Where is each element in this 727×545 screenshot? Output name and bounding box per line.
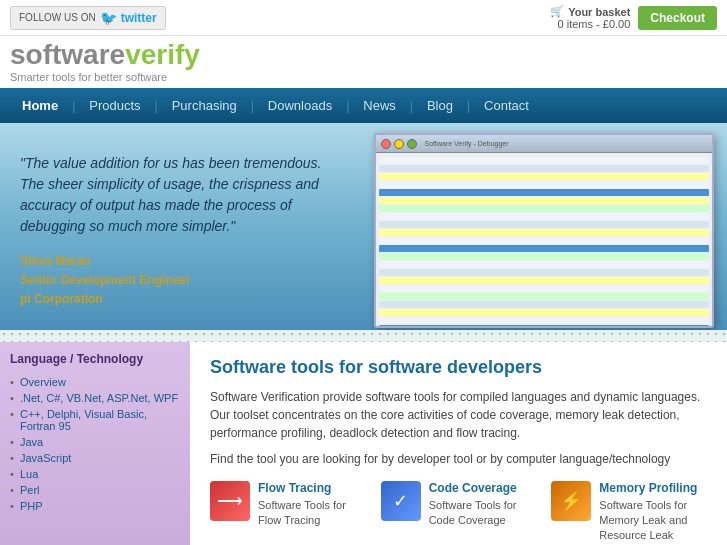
ss-row-8 — [379, 213, 709, 220]
screenshot-mockup: Software Verify - Debugger — [374, 133, 714, 328]
sidebar-item-javascript[interactable]: JavaScript — [10, 450, 180, 466]
basket-icon: 🛒 — [550, 5, 564, 18]
author-name: Shiva Maran — [20, 252, 340, 271]
basket-title: Your basket — [568, 6, 630, 18]
ss-row-11 — [379, 237, 709, 244]
tool-card-coverage: ✓ Code Coverage Software Tools for Code … — [381, 481, 537, 545]
basket-count: 0 items - £0.00 — [550, 18, 630, 30]
nav-item-news[interactable]: News — [351, 88, 408, 123]
flow-icon-shape: ⟶ — [217, 490, 243, 512]
nav-item-purchasing[interactable]: Purchasing — [160, 88, 249, 123]
nav-link-downloads[interactable]: Downloads — [256, 88, 344, 123]
ss-row-4 — [379, 181, 709, 188]
ss-row-12 — [379, 245, 709, 252]
tool-card-memory: ⚡ Memory Profiling Software Tools for Me… — [551, 481, 707, 545]
logo-part2: verify — [125, 39, 200, 70]
screenshot-title-text: Software Verify - Debugger — [425, 140, 509, 147]
coverage-title[interactable]: Code Coverage — [429, 481, 537, 495]
checkout-button[interactable]: Checkout — [638, 6, 717, 30]
coverage-icon-shape: ✓ — [393, 490, 408, 512]
hero-quote: "The value addition for us has been trem… — [20, 153, 340, 237]
win-close-btn — [381, 139, 391, 149]
memory-card-text: Memory Profiling Software Tools for Memo… — [599, 481, 707, 545]
twitter-bird-icon: 🐦 — [100, 10, 117, 26]
ss-row-18 — [379, 293, 709, 300]
basket-area: 🛒 Your basket 0 items - £0.00 Checkout — [550, 5, 717, 30]
flow-card-text: Flow Tracing Software Tools for Flow Tra… — [258, 481, 366, 545]
logo-part1: software — [10, 39, 125, 70]
nav-item-blog[interactable]: Blog — [415, 88, 465, 123]
hero-text: "The value addition for us has been trem… — [0, 123, 360, 330]
ss-row-13 — [379, 253, 709, 260]
ss-row-7 — [379, 205, 709, 212]
nav-link-home[interactable]: Home — [10, 88, 70, 123]
nav-sep-5: | — [408, 99, 415, 113]
tool-cards: ⟶ Flow Tracing Software Tools for Flow T… — [210, 481, 707, 545]
ss-row-17 — [379, 285, 709, 292]
twitter-label: twitter — [121, 11, 157, 25]
ss-row-3 — [379, 173, 709, 180]
nav-link-blog[interactable]: Blog — [415, 88, 465, 123]
screenshot-content — [376, 153, 712, 328]
memory-title[interactable]: Memory Profiling — [599, 481, 707, 495]
nav-sep-2: | — [153, 99, 160, 113]
sidebar-item-cpp[interactable]: C++, Delphi, Visual Basic, Fortran 95 — [10, 406, 180, 434]
sidebar-link-overview[interactable]: Overview — [20, 376, 66, 388]
hero-author: Shiva Maran Senior Development Engineer … — [20, 252, 340, 310]
sidebar: Language / Technology Overview .Net, C#,… — [0, 342, 190, 545]
sidebar-item-lua[interactable]: Lua — [10, 466, 180, 482]
sidebar-title: Language / Technology — [10, 352, 180, 366]
dots-decoration — [0, 330, 727, 342]
nav-item-contact[interactable]: Contact — [472, 88, 541, 123]
sidebar-item-php[interactable]: PHP — [10, 498, 180, 514]
hero-screenshot: Software Verify - Debugger — [360, 123, 727, 330]
nav-link-purchasing[interactable]: Purchasing — [160, 88, 249, 123]
win-min-btn — [394, 139, 404, 149]
sidebar-link-php[interactable]: PHP — [20, 500, 43, 512]
ss-row-15 — [379, 269, 709, 276]
ss-row-6 — [379, 197, 709, 204]
sidebar-link-java[interactable]: Java — [20, 436, 43, 448]
ss-row-5 — [379, 189, 709, 196]
nav-link-news[interactable]: News — [351, 88, 408, 123]
nav-list: Home | Products | Purchasing | Downloads… — [0, 88, 727, 123]
nav-sep-4: | — [344, 99, 351, 113]
nav-sep-6: | — [465, 99, 472, 113]
flow-desc: Software Tools for Flow Tracing — [258, 498, 366, 529]
flow-title[interactable]: Flow Tracing — [258, 481, 366, 495]
sidebar-item-net[interactable]: .Net, C#, VB.Net, ASP.Net, WPF — [10, 390, 180, 406]
nav-item-home[interactable]: Home — [10, 88, 70, 123]
logo-section: softwareverify Smarter tools for better … — [0, 36, 727, 83]
coverage-icon: ✓ — [381, 481, 421, 521]
author-company: pi Corporation — [20, 290, 340, 309]
nav-link-contact[interactable]: Contact — [472, 88, 541, 123]
ss-row-19 — [379, 301, 709, 308]
nav-link-products[interactable]: Products — [77, 88, 152, 123]
sidebar-link-lua[interactable]: Lua — [20, 468, 38, 480]
ss-row-16 — [379, 277, 709, 284]
author-title: Senior Development Engineer — [20, 271, 340, 290]
sidebar-link-cpp[interactable]: C++, Delphi, Visual Basic, Fortran 95 — [20, 408, 147, 432]
nav-sep-3: | — [249, 99, 256, 113]
ss-row-14 — [379, 261, 709, 268]
follow-twitter-button[interactable]: FOLLOW US ON 🐦 twitter — [10, 6, 166, 30]
ss-row-21 — [379, 317, 709, 324]
sidebar-list: Overview .Net, C#, VB.Net, ASP.Net, WPF … — [10, 374, 180, 514]
ss-row-10 — [379, 229, 709, 236]
nav-item-downloads[interactable]: Downloads — [256, 88, 344, 123]
sidebar-link-perl[interactable]: Perl — [20, 484, 40, 496]
memory-desc: Software Tools for Memory Leak and Resou… — [599, 498, 707, 545]
logo[interactable]: softwareverify — [10, 41, 200, 69]
content-title: Software tools for software developers — [210, 357, 707, 378]
sidebar-link-net[interactable]: .Net, C#, VB.Net, ASP.Net, WPF — [20, 392, 178, 404]
sidebar-item-perl[interactable]: Perl — [10, 482, 180, 498]
nav-item-products[interactable]: Products — [77, 88, 152, 123]
top-bar: FOLLOW US ON 🐦 twitter 🛒 Your basket 0 i… — [0, 0, 727, 36]
sidebar-item-overview[interactable]: Overview — [10, 374, 180, 390]
ss-row-20 — [379, 309, 709, 316]
sidebar-link-javascript[interactable]: JavaScript — [20, 452, 71, 464]
coverage-desc: Software Tools for Code Coverage — [429, 498, 537, 529]
ss-row-2 — [379, 165, 709, 172]
nav-sep-1: | — [70, 99, 77, 113]
sidebar-item-java[interactable]: Java — [10, 434, 180, 450]
